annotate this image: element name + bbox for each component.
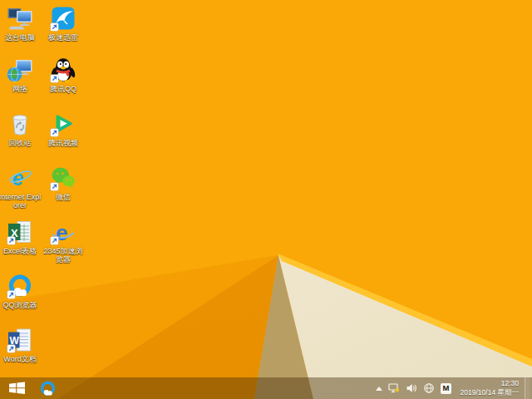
shortcut-arrow-icon [7, 344, 16, 353]
2345-browser-icon: e [50, 219, 76, 245]
shortcut-arrow-icon [7, 290, 16, 299]
shortcut-arrow-icon [7, 236, 16, 245]
desktop-icon-word[interactable]: W Word文档 [0, 327, 42, 363]
input-method-label: M [443, 384, 450, 392]
icon-label: Internet Explorer [0, 193, 42, 210]
shortcut-arrow-icon [50, 74, 59, 83]
internet-explorer-icon: e [7, 165, 33, 191]
network-globe-tray-icon[interactable] [423, 382, 435, 394]
recycle-bin-icon [7, 111, 33, 137]
shortcut-arrow-icon [50, 182, 59, 191]
taskbar-clock[interactable]: 12:30 2019/10/14 星期一 [457, 379, 519, 397]
desktop-icon-thunder-speed[interactable]: 极速迅雷 [41, 5, 86, 42]
excel-icon: X [7, 219, 33, 245]
qq-browser-icon [39, 380, 57, 397]
desktop-icon-excel[interactable]: X Excel表格 [0, 219, 42, 255]
hidden-icons-chevron-icon[interactable] [376, 387, 382, 391]
desktop-icon-qq-browser[interactable]: QQ浏览器 [0, 273, 42, 309]
icon-label: 这台电脑 [0, 33, 42, 42]
desktop: 这台电脑 极速迅雷 [0, 0, 532, 399]
tencent-video-icon [50, 111, 76, 137]
desktop-icon-this-pc[interactable]: 这台电脑 [0, 5, 42, 42]
windows-logo-icon [9, 382, 25, 395]
desktop-icon-network[interactable]: 网络 [0, 57, 42, 93]
this-pc-icon [7, 5, 33, 32]
icon-label: 微信 [41, 193, 86, 201]
icon-label: Excel表格 [0, 247, 42, 255]
desktop-icon-internet-explorer[interactable]: e Internet Explorer [0, 165, 42, 210]
taskbar-pinned-qq-browser[interactable] [33, 377, 62, 399]
qq-browser-icon [7, 273, 33, 299]
wechat-icon [50, 165, 76, 191]
word-icon: W [7, 327, 33, 353]
desktop-icon-tencent-video[interactable]: 腾讯视频 [41, 111, 86, 147]
icon-label: Word文档 [0, 355, 42, 363]
shortcut-arrow-icon [50, 22, 59, 32]
svg-text:e: e [12, 166, 24, 190]
clock-date: 2019/10/14 星期一 [457, 388, 519, 397]
qq-penguin-icon [50, 57, 76, 83]
start-button[interactable] [0, 377, 33, 399]
clock-time: 12:30 [457, 379, 519, 388]
icon-label: 网络 [0, 85, 42, 93]
desktop-icon-recycle-bin[interactable]: 回收站 [0, 111, 42, 147]
icon-label: QQ浏览器 [0, 301, 42, 309]
icon-label: 腾讯视频 [41, 139, 86, 147]
input-method-indicator[interactable]: M [441, 383, 451, 394]
icon-label: 回收站 [0, 139, 42, 147]
desktop-icon-wechat[interactable]: 微信 [41, 165, 86, 201]
desktop-icon-tencent-qq[interactable]: 腾讯QQ [41, 57, 86, 93]
show-desktop-button[interactable] [525, 377, 530, 399]
icon-label: 腾讯QQ [41, 85, 86, 93]
icon-label: 极速迅雷 [41, 33, 86, 42]
thunder-icon [50, 5, 76, 32]
shortcut-arrow-icon [50, 236, 59, 245]
system-tray: M 12:30 2019/10/14 星期一 [376, 377, 532, 399]
network-icon [7, 57, 33, 83]
icon-label: 2345加速浏览器 [41, 247, 86, 264]
taskbar: M 12:30 2019/10/14 星期一 [0, 377, 532, 399]
desktop-icon-2345-browser[interactable]: e 2345加速浏览器 [41, 219, 86, 264]
pc-security-tray-icon[interactable] [388, 382, 400, 394]
shortcut-arrow-icon [50, 128, 59, 137]
volume-tray-icon[interactable] [406, 382, 417, 394]
